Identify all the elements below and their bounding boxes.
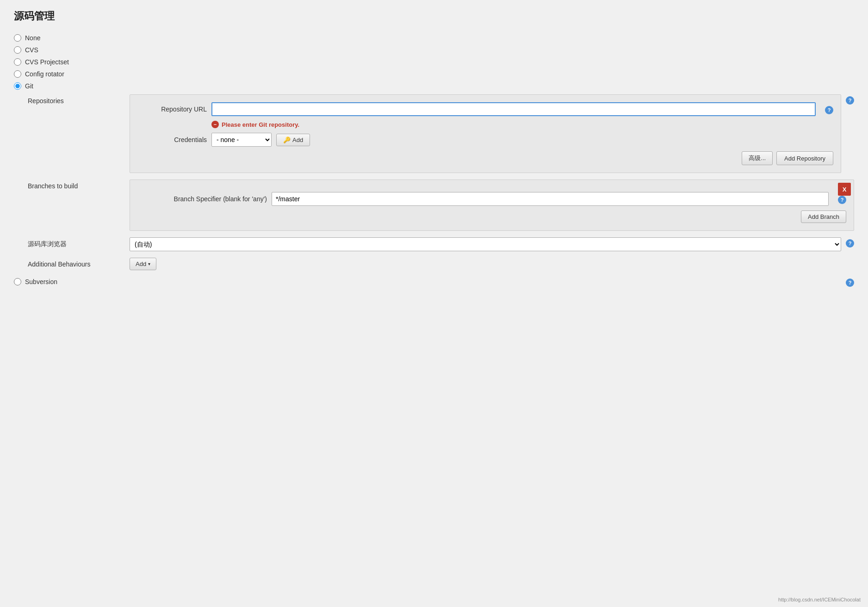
additional-behaviours-section: Additional Behaviours Add ▾ [28,258,854,270]
repo-url-error: − Please enter Git repository. [211,121,833,128]
radio-cvs[interactable] [14,46,21,54]
source-browser-select[interactable]: (自动) [130,237,841,251]
scm-radio-group: None CVS CVS Projectset Config rotator G… [14,34,854,90]
repo-url-label: Repository URL [137,105,207,113]
add-repository-button[interactable]: Add Repository [776,151,833,165]
radio-cvs-projectset-label[interactable]: CVS Projectset [25,58,69,66]
repo-url-input[interactable] [211,102,816,116]
add-branch-button[interactable]: Add Branch [801,211,846,223]
radio-config-rotator-label[interactable]: Config rotator [25,70,64,78]
subversion-help-icon[interactable]: ? [846,279,854,287]
repo-url-row: Repository URL ? [137,102,833,116]
radio-item-none[interactable]: None [14,34,854,42]
error-circle-icon: − [211,121,219,128]
add-behaviour-label: Add [136,260,146,267]
additional-behaviours-label: Additional Behaviours [28,258,130,268]
branch-specifier-help-icon[interactable]: ? [838,196,846,204]
repositories-content: Repository URL ? − Please enter Git repo… [130,94,841,173]
radio-none[interactable] [14,34,21,42]
radio-none-label[interactable]: None [25,34,40,42]
repositories-label: Repositories [28,94,130,105]
radio-subversion-label[interactable]: Subversion [25,278,57,285]
repositories-section: Repositories Repository URL ? − Please e… [28,94,854,173]
repo-bottom-buttons: 高级... Add Repository [137,151,833,165]
add-credentials-label: Add [292,136,303,143]
repositories-help-icon[interactable]: ? [846,96,854,105]
source-browser-help-icon[interactable]: ? [846,239,854,248]
key-icon: 🔑 [283,136,291,143]
radio-item-config-rotator[interactable]: Config rotator [14,70,854,78]
error-text: Please enter Git repository. [222,121,299,128]
branch-specifier-label: Branch Specifier (blank for 'any') [137,195,267,203]
watermark: http://blog.csdn.net/ICEMiniChocolat [778,597,861,602]
advanced-button[interactable]: 高级... [742,151,773,165]
add-credentials-button[interactable]: 🔑 Add [276,134,310,146]
repo-url-help-icon[interactable]: ? [825,106,833,114]
branches-section: Branches to build X Branch Specifier (bl… [28,180,854,231]
source-browser-section: 源码库浏览器 (自动) ? [28,237,854,251]
radio-cvs-label[interactable]: CVS [25,46,38,54]
radio-item-subversion[interactable]: Subversion ? [14,277,854,287]
branches-content: X Branch Specifier (blank for 'any') ? A… [130,180,854,231]
branch-bottom-buttons: Add Branch [137,211,846,223]
radio-item-cvs-projectset[interactable]: CVS Projectset [14,58,854,66]
radio-git-label[interactable]: Git [25,82,33,90]
credentials-row: Credentials - none - 🔑 Add [137,133,833,147]
branch-specifier-input[interactable] [272,192,829,206]
page-title: 源码管理 [14,9,854,23]
delete-branch-button[interactable]: X [838,183,851,196]
credentials-label: Credentials [137,136,207,143]
radio-config-rotator[interactable] [14,70,21,78]
branches-label: Branches to build [28,180,130,190]
radio-cvs-projectset[interactable] [14,58,21,66]
dropdown-arrow-icon: ▾ [148,261,150,266]
radio-item-git[interactable]: Git [14,82,854,90]
add-behaviour-button[interactable]: Add ▾ [130,258,156,270]
radio-git[interactable] [14,82,21,90]
radio-item-cvs[interactable]: CVS [14,46,854,54]
source-browser-label: 源码库浏览器 [28,237,130,248]
credentials-select[interactable]: - none - [211,133,272,147]
branch-specifier-row: Branch Specifier (blank for 'any') ? [137,192,846,206]
radio-subversion[interactable] [14,278,21,285]
